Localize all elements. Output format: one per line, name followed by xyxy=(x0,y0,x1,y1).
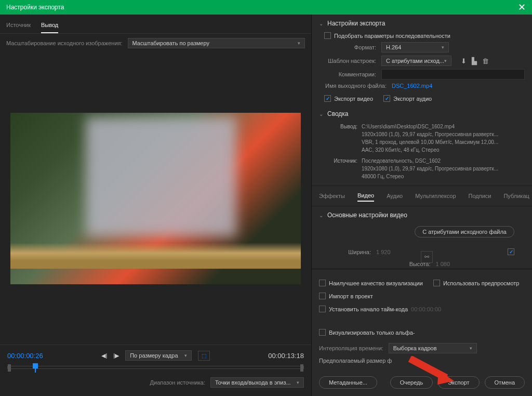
sub-tabs: Эффекты Видео Аудио Мультиплексор Подпис… xyxy=(312,186,532,206)
prev-frame-icon[interactable]: ◀| xyxy=(101,352,107,359)
format-dropdown[interactable]: H.264 ▾ xyxy=(381,42,449,52)
source-range-dropdown[interactable]: Точки входа/выхода в эпиз... ▾ xyxy=(210,377,304,388)
in-point-marker[interactable] xyxy=(8,364,11,372)
import-preset-icon[interactable]: ▙ xyxy=(472,57,477,65)
playhead[interactable] xyxy=(33,363,38,368)
import-project-checkbox[interactable] xyxy=(319,293,326,299)
timeline-area: 00:00:00:26 ◀| |▶ По размеру кадра ▾ ⬚ 0… xyxy=(0,345,311,396)
chevron-down-icon: ⌄ xyxy=(319,213,323,218)
export-audio-checkbox[interactable] xyxy=(383,95,390,102)
export-video-label: Экспорт видео xyxy=(334,96,373,102)
fit-dropdown[interactable]: По размеру кадра ▾ xyxy=(125,350,191,361)
chevron-down-icon: ▾ xyxy=(444,58,447,63)
basic-video-toggle[interactable]: ⌄ Основные настройки видео xyxy=(319,212,525,219)
estimated-size-label: Предполагаемый размер ф xyxy=(319,358,392,364)
interp-dropdown[interactable]: Выборка кадров ▾ xyxy=(389,343,477,353)
preview-image xyxy=(10,113,301,284)
best-quality-checkbox[interactable] xyxy=(319,280,326,286)
import-project-label: Импорт в проект xyxy=(329,293,373,299)
preset-dropdown[interactable]: С атрибутами исход... ▾ xyxy=(381,56,451,66)
width-value[interactable]: 1 920 xyxy=(376,249,391,255)
preview-tabs: Источник Вывод xyxy=(0,15,311,34)
timecode-in[interactable]: 00:00:00:26 xyxy=(7,352,43,360)
tab-source[interactable]: Источник xyxy=(6,20,31,33)
render-alpha-label: Визуализировать только альфа- xyxy=(329,329,415,336)
format-label: Формат: xyxy=(319,44,376,50)
delete-preset-icon[interactable]: 🗑 xyxy=(482,57,489,65)
export-settings-title: Настройки экспорта xyxy=(327,20,385,27)
export-audio-label: Экспорт аудио xyxy=(393,96,432,102)
chevron-down-icon: ▾ xyxy=(184,353,187,358)
set-timecode-checkbox[interactable] xyxy=(319,306,326,312)
preview-area xyxy=(0,52,311,345)
output-name-label: Имя выходного файла: xyxy=(319,83,387,89)
next-frame-icon[interactable]: |▶ xyxy=(113,352,119,359)
scale-value: Масштабировать по размеру xyxy=(132,40,209,46)
set-timecode-label: Установить начало тайм-кода xyxy=(329,306,408,312)
scale-label: Масштабирование исходного изображения: xyxy=(6,40,123,46)
chevron-down-icon: ⌄ xyxy=(319,21,323,27)
timeline-bar[interactable] xyxy=(7,366,304,369)
section-toggle[interactable]: ⌄ Настройки экспорта xyxy=(319,20,525,27)
bottom-options: Наилучшее качество визуализации Использо… xyxy=(312,269,532,372)
width-label: Ширина: xyxy=(319,249,371,255)
comments-input[interactable] xyxy=(381,69,525,80)
right-panel: ⌄ Настройки экспорта Подобрать параметры… xyxy=(312,15,532,396)
tab-captions[interactable]: Подписи xyxy=(469,191,491,201)
tab-audio[interactable]: Аудио xyxy=(387,191,403,201)
summary-block: Вывод: C:\Users\diami\Desktop\DSC_1602.m… xyxy=(326,123,525,180)
metadata-button[interactable]: Метаданные... xyxy=(319,376,377,389)
link-dimensions-icon[interactable]: ⚯ xyxy=(421,251,433,263)
tab-publish[interactable]: Публикац xyxy=(503,191,529,201)
source-range-label: Диапазон источника: xyxy=(150,379,205,386)
tab-output[interactable]: Вывод xyxy=(41,20,58,33)
out-point-marker[interactable] xyxy=(300,364,303,372)
basic-video-title: Основные настройки видео xyxy=(327,212,407,219)
interp-label: Интерполяция времени: xyxy=(319,345,383,351)
export-video-checkbox[interactable] xyxy=(324,95,331,102)
save-preset-icon[interactable]: ⬇ xyxy=(461,57,467,65)
best-quality-label: Наилучшее качество визуализации xyxy=(329,280,423,286)
timecode-value: 00:00:00:00 xyxy=(411,306,441,312)
timecode-out: 00:00:13:18 xyxy=(268,352,304,360)
left-panel: Источник Вывод Масштабирование исходного… xyxy=(0,15,312,396)
use-preview-label: Использовать предпросмотр xyxy=(443,280,520,286)
chevron-down-icon: ▾ xyxy=(442,45,444,50)
chevron-down-icon: ▾ xyxy=(298,41,300,46)
export-settings-section: ⌄ Настройки экспорта Подобрать параметры… xyxy=(312,15,532,186)
output-name-link[interactable]: DSC_1602.mp4 xyxy=(392,83,432,89)
action-buttons: Метаданные... Очередь Экспорт Отмена xyxy=(312,372,532,396)
comments-label: Комментарии: xyxy=(319,71,376,77)
match-source-button[interactable]: С атрибутами исходного файла xyxy=(415,226,514,237)
chevron-down-icon: ▾ xyxy=(297,380,299,385)
export-button[interactable]: Экспорт xyxy=(438,376,479,389)
render-alpha-checkbox[interactable] xyxy=(319,329,326,336)
video-settings-section: ⌄ Основные настройки видео С атрибутами … xyxy=(312,206,532,269)
tab-multiplexer[interactable]: Мультиплексор xyxy=(415,191,456,201)
summary-toggle[interactable]: ⌄ Сводка xyxy=(319,110,525,117)
scale-dropdown[interactable]: Масштабировать по размеру ▾ xyxy=(128,38,305,48)
close-icon[interactable]: ✕ xyxy=(516,2,528,13)
aspect-ratio-button[interactable]: ⬚ xyxy=(198,351,210,361)
tab-video[interactable]: Видео xyxy=(357,190,374,202)
summary-source-label: Источник: xyxy=(326,157,357,180)
tab-effects[interactable]: Эффекты xyxy=(319,191,345,201)
queue-button[interactable]: Очередь xyxy=(390,376,433,389)
use-preview-checkbox[interactable] xyxy=(433,280,440,286)
scale-row: Масштабирование исходного изображения: М… xyxy=(0,34,311,52)
titlebar: Настройки экспорта ✕ xyxy=(0,0,532,15)
window-title: Настройки экспорта xyxy=(4,4,64,11)
chevron-down-icon: ⌄ xyxy=(319,111,323,117)
height-value[interactable]: 1 080 xyxy=(435,261,450,267)
preset-label: Шаблон настроек: xyxy=(319,58,376,64)
chevron-down-icon: ▾ xyxy=(470,346,472,351)
summary-output-label: Вывод: xyxy=(326,123,357,154)
cancel-button[interactable]: Отмена xyxy=(485,376,525,389)
dimensions-match-checkbox[interactable] xyxy=(508,248,514,255)
match-sequence-checkbox[interactable] xyxy=(324,32,331,39)
match-sequence-label: Подобрать параметры последовательности xyxy=(334,33,450,39)
summary-title: Сводка xyxy=(327,110,349,117)
